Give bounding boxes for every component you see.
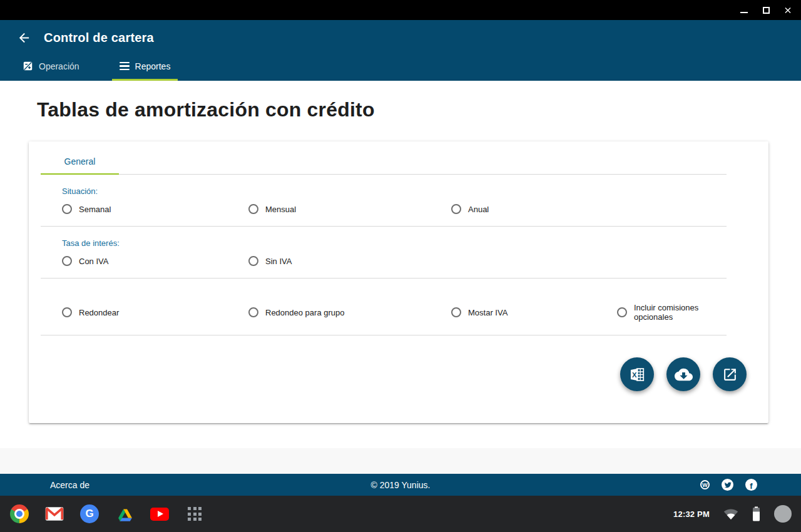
exposure-icon: [23, 61, 33, 71]
tab-reportes-label: Reportes: [135, 61, 171, 71]
card-actions: X: [29, 335, 768, 391]
drive-button[interactable]: [115, 504, 134, 523]
radio-option-redondear[interactable]: Redondear: [62, 303, 248, 322]
radio-option-mostar-iva[interactable]: Mostar IVA: [451, 303, 617, 322]
card-tabs-row: General: [41, 141, 727, 175]
radio-label: Anual: [468, 205, 489, 214]
shelf-apps: G: [10, 496, 204, 532]
section-situacion: Situación: Semanal Mensual Anual: [41, 175, 727, 227]
tab-reportes[interactable]: Reportes: [112, 54, 178, 81]
radio-icon[interactable]: [248, 307, 258, 317]
back-button[interactable]: [16, 30, 31, 45]
arrow-back-icon: [17, 31, 31, 45]
tab-operacion-label: Operación: [39, 61, 79, 71]
page-title: Tablas de amortización con crédito: [0, 81, 801, 121]
excel-icon: X: [629, 366, 646, 383]
about-link[interactable]: Acerca de: [50, 480, 89, 490]
open-in-new-icon: [722, 367, 738, 382]
download-button[interactable]: [666, 357, 700, 391]
section-tasa-interes: Tasa de interés: Con IVA Sin IVA: [41, 227, 727, 279]
facebook-icon[interactable]: f: [745, 479, 757, 491]
account-avatar[interactable]: [774, 505, 792, 523]
shelf-status-area[interactable]: 12:32 PM: [673, 496, 792, 532]
section-tasa-label: Tasa de interés:: [41, 227, 727, 248]
radio-icon[interactable]: [248, 256, 258, 266]
app-title: Control de cartera: [44, 31, 154, 45]
radio-option-redondeo-grupo[interactable]: Redondeo para grupo: [248, 303, 451, 322]
radio-label: Con IVA: [79, 257, 108, 266]
radio-icon[interactable]: [451, 307, 461, 317]
radio-label: Redondear: [79, 308, 119, 317]
radio-icon[interactable]: [248, 204, 258, 214]
section-situacion-label: Situación:: [41, 175, 727, 196]
radio-icon[interactable]: [62, 204, 72, 214]
radio-option-con-iva[interactable]: Con IVA: [62, 256, 248, 266]
radio-icon[interactable]: [62, 307, 72, 317]
twitter-bird-icon: [724, 481, 732, 489]
radio-label: Sin IVA: [265, 257, 292, 266]
tab-operacion[interactable]: Operación: [23, 54, 87, 81]
export-excel-button[interactable]: X: [620, 357, 654, 391]
radio-option-sin-iva[interactable]: Sin IVA: [248, 256, 451, 266]
radio-option-anual[interactable]: Anual: [451, 204, 617, 214]
window-controls: [740, 0, 792, 20]
facebook-f-glyph: f: [750, 482, 752, 490]
radio-option-incluir-comisiones[interactable]: Incluir comisiones opcionales: [617, 303, 711, 322]
window-title-bar: [0, 0, 801, 20]
radio-option-mensual[interactable]: Mensual: [248, 204, 451, 214]
app-launcher-button[interactable]: [185, 504, 204, 523]
radio-label: Mostar IVA: [468, 308, 508, 317]
youtube-button[interactable]: [150, 504, 169, 523]
radio-label: Mensual: [265, 205, 296, 214]
card-tab-general[interactable]: General: [41, 156, 119, 175]
radio-option-semanal[interactable]: Semanal: [62, 204, 248, 214]
radio-label: Redondeo para grupo: [265, 308, 345, 317]
radio-icon[interactable]: [451, 204, 461, 214]
svg-text:X: X: [631, 371, 636, 378]
chrome-icon: [10, 504, 29, 523]
page-background-strip: [0, 448, 801, 474]
header-tabs: Operación Reportes: [23, 54, 178, 81]
radio-label: Incluir comisiones opcionales: [634, 303, 700, 322]
chrome-button[interactable]: [10, 504, 29, 523]
radio-icon[interactable]: [62, 256, 72, 266]
drive-icon: [116, 506, 134, 522]
shelf: G 12:32 PM: [0, 496, 801, 532]
wifi-icon[interactable]: [723, 508, 738, 520]
maximize-button[interactable]: [762, 6, 770, 14]
wordpress-icon[interactable]: W: [700, 480, 710, 489]
radio-icon[interactable]: [617, 307, 627, 317]
app-launcher-icon: [188, 507, 202, 521]
minimize-button[interactable]: [740, 6, 748, 14]
close-icon: [783, 6, 792, 15]
cloud-download-icon: [675, 366, 693, 384]
maximize-icon: [763, 7, 770, 14]
section-opciones: Redondear Redondeo para grupo Mostar IVA…: [41, 279, 727, 335]
report-card: General Situación: Semanal Mensual Anual: [29, 141, 768, 423]
social-links: W f: [700, 479, 757, 491]
gmail-button[interactable]: [45, 504, 64, 523]
radio-label: Semanal: [79, 205, 111, 214]
main-content: Tablas de amortización con crédito Gener…: [0, 81, 801, 448]
twitter-icon[interactable]: [722, 479, 733, 491]
battery-icon[interactable]: [752, 506, 760, 521]
reorder-icon: [120, 62, 130, 70]
close-button[interactable]: [783, 6, 792, 14]
copyright-text: © 2019 Yunius.: [0, 480, 801, 490]
google-button[interactable]: G: [80, 504, 99, 523]
page-footer: Acerca de © 2019 Yunius. W f: [0, 474, 801, 496]
google-icon: G: [80, 504, 99, 523]
minimize-icon: [740, 12, 748, 13]
youtube-icon: [150, 508, 169, 521]
app-header: Control de cartera Operación Reportes: [0, 20, 801, 81]
open-in-new-button[interactable]: [713, 357, 747, 391]
gmail-icon: [45, 507, 64, 521]
clock[interactable]: 12:32 PM: [673, 509, 710, 519]
